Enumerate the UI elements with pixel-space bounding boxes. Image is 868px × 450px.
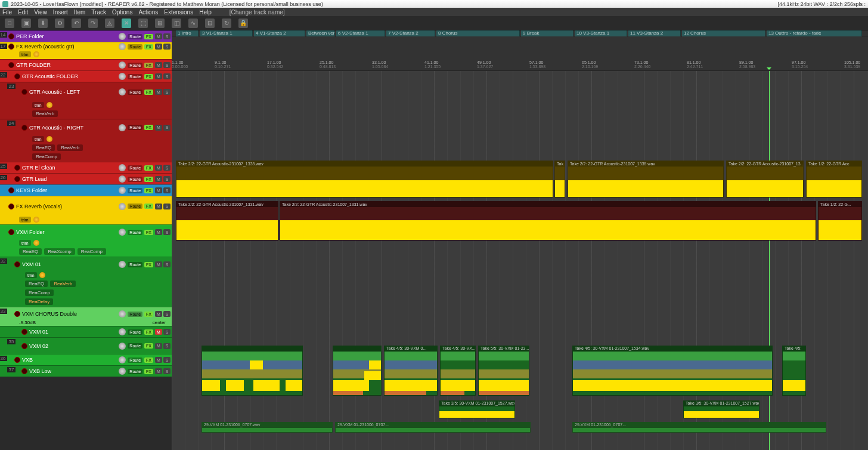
track-name[interactable]: GTR Acoustic - RIGHT <box>29 125 117 131</box>
track-name[interactable]: GTR Acoustic - LEFT <box>29 89 117 95</box>
region[interactable]: 3 V1-Stanza 1 <box>200 30 253 36</box>
trim-knob[interactable] <box>39 272 45 278</box>
tool-new[interactable]: □ <box>5 19 14 28</box>
track-fx-reverb-gtr[interactable]: 17 FX Reverb (acoustic gtr) Route FX MS … <box>0 42 172 59</box>
pan-knob[interactable] <box>119 164 126 171</box>
fx-chip[interactable]: ReaXcomp <box>44 248 75 255</box>
pan-knob[interactable] <box>119 187 126 194</box>
trim-control[interactable]: trim <box>19 240 31 246</box>
fx-chip[interactable]: ReaComp <box>32 153 61 160</box>
trim-control[interactable]: trim <box>32 102 44 108</box>
route-button[interactable]: Route <box>128 369 142 374</box>
media-item[interactable]: Take 4/5: 30-VXM 0... <box>384 346 438 396</box>
tool-metronome[interactable]: ◬ <box>105 19 114 28</box>
route-button[interactable]: Route <box>128 312 142 317</box>
tool-lock[interactable]: 🔒 <box>238 19 248 28</box>
track-name[interactable]: VXB <box>22 357 117 363</box>
track-vxm-chorus-double[interactable]: 33VXM CHORUS DoubleRouteFXMS -9.30dBcent… <box>0 307 172 326</box>
route-button[interactable]: Route <box>128 343 142 349</box>
record-arm[interactable] <box>21 89 27 95</box>
track-fx-reverb-vocals[interactable]: FX Reverb (vocals)RouteFXMS trim <box>0 196 172 224</box>
mute-button[interactable]: M <box>155 33 162 39</box>
pan-knob[interactable] <box>119 124 126 131</box>
track-vxm-folder[interactable]: VXM FolderRouteFXMS trim ReaEQReaXcompRe… <box>0 224 172 257</box>
track-keys-folder[interactable]: KEYS FolderRouteFXMS <box>0 184 172 196</box>
pan-knob[interactable] <box>119 73 126 80</box>
trim-control[interactable]: trim <box>19 217 31 223</box>
track-vxm-01b[interactable]: VXM 01RouteFXMS <box>0 326 172 337</box>
pan-knob[interactable] <box>119 175 126 183</box>
record-arm[interactable] <box>14 73 20 79</box>
trim-knob[interactable] <box>46 102 52 108</box>
fx-button[interactable]: FX <box>144 44 153 50</box>
record-arm[interactable] <box>8 229 14 235</box>
track-name[interactable]: GTR Acoustic FOLDER <box>22 73 117 79</box>
solo-button[interactable]: S <box>163 44 170 50</box>
record-arm[interactable] <box>8 204 14 209</box>
fx-button[interactable]: FX <box>144 329 153 335</box>
trim-knob[interactable] <box>33 240 39 246</box>
region[interactable]: 12 Chorus <box>682 30 765 36</box>
media-item[interactable]: Take 3/5: 30-VXM 01-231007_1527.wav <box>439 400 515 418</box>
mute-button[interactable]: M <box>155 261 162 267</box>
route-button[interactable]: Route <box>128 357 142 363</box>
pan-knob[interactable] <box>119 88 126 95</box>
route-button[interactable]: Route <box>128 204 142 209</box>
fx-button[interactable]: FX <box>144 312 153 317</box>
fx-chip[interactable]: ReaComp <box>78 248 106 255</box>
menu-help[interactable]: Help <box>199 9 212 16</box>
route-button[interactable]: Route <box>128 44 142 50</box>
media-item[interactable]: Take 4/5: <box>782 346 806 396</box>
media-item[interactable]: 29-VXM 01-231006_0707.wav <box>202 422 333 433</box>
track-gtr-folder[interactable]: GTR FOLDER Route FX MS <box>0 59 172 70</box>
track-name[interactable]: VXM 01 <box>22 261 117 267</box>
solo-button[interactable]: S <box>163 357 170 363</box>
solo-button[interactable]: S <box>163 62 170 68</box>
tool-save[interactable]: ⬇ <box>38 19 48 28</box>
solo-button[interactable]: S <box>163 73 170 79</box>
record-arm[interactable] <box>8 33 14 39</box>
pan-knob[interactable] <box>119 261 126 268</box>
fx-button[interactable]: FX <box>144 204 153 209</box>
tool-snap[interactable]: ✕ <box>122 19 131 28</box>
region[interactable]: 9 Break <box>521 30 574 36</box>
region-lane[interactable]: 1 Intro3 V1-Stanza 14 V1-Stanza 2Between… <box>172 30 868 36</box>
media-item[interactable]: Take 1/2: 22-G... <box>818 201 862 241</box>
region[interactable]: 4 V1-Stanza 2 <box>254 30 305 36</box>
tool-grid[interactable]: ⊞ <box>155 19 165 28</box>
arrange-view[interactable]: 1 Intro3 V1-Stanza 14 V1-Stanza 2Between… <box>172 30 868 450</box>
mute-button[interactable]: M <box>155 357 162 363</box>
solo-button[interactable]: S <box>163 165 170 171</box>
fx-button[interactable]: FX <box>144 125 153 130</box>
media-item[interactable]: Take 2/2: 22-GTR Acoustic-231007_13... <box>726 161 804 198</box>
record-arm[interactable] <box>14 357 20 363</box>
record-arm[interactable] <box>14 261 20 267</box>
mute-button[interactable]: M <box>155 368 162 374</box>
track-name[interactable]: GTR Lead <box>22 176 117 182</box>
pan-knob[interactable] <box>119 356 126 363</box>
pan-knob[interactable] <box>119 33 126 40</box>
tool-open[interactable]: ▣ <box>21 19 31 28</box>
menu-options[interactable]: Options <box>112 9 132 16</box>
media-item[interactable] <box>333 346 382 396</box>
tool-group[interactable]: ⊡ <box>205 19 215 28</box>
region[interactable]: 10 V3-Stanza 1 <box>575 30 627 36</box>
route-button[interactable]: Route <box>128 177 142 182</box>
record-arm[interactable] <box>21 343 27 349</box>
mute-button[interactable]: M <box>155 229 162 235</box>
trim-control[interactable]: trim <box>19 51 31 57</box>
media-item[interactable]: Take 4/5: 30-VX... <box>440 346 476 396</box>
track-vxm-02[interactable]: 35VXM 02RouteFXMS <box>0 337 172 354</box>
fx-button[interactable]: FX <box>144 63 153 68</box>
track-name[interactable]: FX Reverb (vocals) <box>16 204 117 209</box>
solo-button[interactable]: S <box>163 311 170 317</box>
track-pan[interactable]: center <box>153 320 166 325</box>
track-name[interactable]: GTR FOLDER <box>16 62 117 68</box>
pan-knob[interactable] <box>119 310 126 318</box>
trim-control[interactable]: trim <box>25 272 37 278</box>
track-name[interactable]: VXM Folder <box>16 229 117 235</box>
track-name[interactable]: GTR El Clean <box>22 165 117 171</box>
route-button[interactable]: Route <box>128 34 142 39</box>
fx-button[interactable]: FX <box>144 262 153 267</box>
tool-loop[interactable]: ↻ <box>222 19 231 28</box>
